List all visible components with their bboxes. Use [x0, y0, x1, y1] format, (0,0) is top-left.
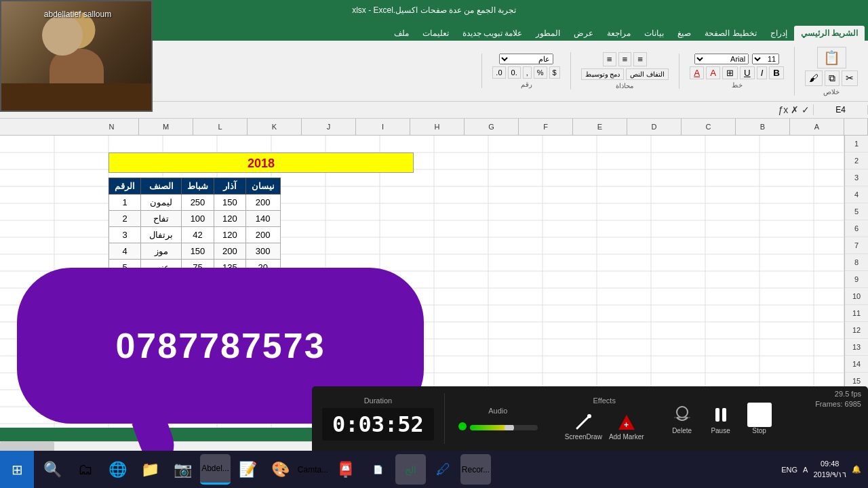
table-row[interactable]: 3 برتفال 42 120 200 — [109, 227, 281, 243]
merge-button[interactable]: دمج وتوسيط — [581, 68, 625, 80]
taskbar-task-view[interactable]: 🗂 — [70, 454, 100, 485]
cut-button[interactable]: ✂ — [842, 70, 858, 86]
row-4[interactable]: 4 — [845, 186, 868, 203]
cell-nisan[interactable]: 140 — [245, 211, 280, 227]
tab-developer[interactable]: المطور — [529, 26, 567, 41]
table-row[interactable]: 2 تفاح 100 120 140 — [109, 211, 281, 227]
taskbar-pdf[interactable]: 📮 — [330, 454, 361, 485]
cell-nisan[interactable]: 200 — [245, 195, 280, 211]
col-F[interactable]: F — [519, 119, 573, 135]
taskbar-edge[interactable]: 🌐 — [102, 454, 133, 485]
decrease-decimal-button[interactable]: 0. — [492, 66, 505, 79]
comma-button[interactable]: , — [523, 66, 532, 79]
taskbar-explorer[interactable]: 📁 — [135, 454, 165, 485]
cell-raqm[interactable]: 3 — [109, 227, 141, 243]
taskbar-paint[interactable]: 🎨 — [265, 454, 296, 485]
start-button[interactable]: ⊞ — [0, 451, 34, 488]
taskbar-abdel[interactable]: Abdel... — [200, 454, 231, 485]
table-row[interactable]: 4 موز 150 200 300 — [109, 243, 281, 260]
row-9[interactable]: 9 — [845, 271, 868, 288]
taskbar-search[interactable]: 🔍 — [37, 454, 68, 485]
currency-button[interactable]: $ — [549, 66, 560, 79]
cell-shbat[interactable]: 100 — [182, 211, 214, 227]
delete-button[interactable]: Delete — [665, 401, 700, 436]
bold-button[interactable]: B — [769, 66, 784, 79]
col-N[interactable]: N — [85, 119, 139, 135]
add-marker-button[interactable]: + Add Marker — [609, 411, 644, 441]
cell-sanf[interactable]: موز — [141, 243, 182, 260]
col-H[interactable]: H — [410, 119, 465, 135]
row-6[interactable]: 6 — [845, 220, 868, 237]
cell-adhar[interactable]: 200 — [214, 243, 246, 260]
year-header[interactable]: 2018 — [108, 152, 414, 173]
row-13[interactable]: 13 — [845, 339, 868, 356]
audio-knob[interactable] — [505, 425, 514, 430]
screendraw-button[interactable]: ScreenDraw — [565, 411, 602, 441]
taskbar-recording[interactable]: Recor... — [460, 454, 491, 485]
cell-sanf[interactable]: برتفال — [141, 227, 182, 243]
font-size-select[interactable]: 11 12 — [752, 54, 779, 64]
cell-shbat[interactable]: 250 — [182, 195, 214, 211]
row-5[interactable]: 5 — [845, 203, 868, 220]
paste-button[interactable]: 📋 — [817, 47, 846, 68]
wrap-text-button[interactable]: التفاف النص — [626, 68, 669, 80]
row-1[interactable]: 1 — [845, 136, 868, 152]
col-A[interactable]: A — [790, 119, 844, 135]
col-G[interactable]: G — [465, 119, 519, 135]
tab-view[interactable]: عرض — [567, 26, 600, 41]
cell-shbat[interactable]: 42 — [182, 227, 214, 243]
col-L[interactable]: L — [193, 119, 248, 135]
cell-adhar[interactable]: 120 — [214, 227, 246, 243]
pause-button[interactable]: Pause — [703, 401, 738, 436]
col-K[interactable]: K — [248, 119, 302, 135]
col-C[interactable]: C — [682, 119, 736, 135]
number-format-select[interactable]: عام — [499, 54, 553, 64]
cell-nisan[interactable]: 300 — [245, 243, 280, 260]
tab-formulas[interactable]: صيغ — [671, 26, 698, 41]
taskbar-camtasia[interactable]: Camta... — [298, 454, 328, 485]
cell-adhar[interactable]: 150 — [214, 195, 246, 211]
taskbar-excel-icon[interactable]: الح — [395, 454, 426, 485]
format-paint-button[interactable]: 🖌 — [805, 70, 823, 86]
row-10[interactable]: 10 — [845, 288, 868, 305]
table-row[interactable]: 1 ليمون 250 150 200 — [109, 195, 281, 211]
font-color-button[interactable]: A — [690, 66, 704, 79]
align-left-button[interactable]: ≡ — [603, 52, 616, 66]
taskbar-notepad[interactable]: 📝 — [233, 454, 263, 485]
row-14[interactable]: 14 — [845, 356, 868, 373]
percent-button[interactable]: % — [534, 66, 547, 79]
fill-color-button[interactable]: A — [706, 66, 720, 79]
cell-shbat[interactable]: 150 — [182, 243, 214, 260]
italic-button[interactable]: I — [757, 66, 768, 79]
cell-adhar[interactable]: 120 — [214, 211, 246, 227]
stop-button[interactable]: Stop — [742, 401, 777, 436]
font-family-select[interactable]: Arial — [694, 54, 749, 64]
tab-review[interactable]: مراجعة — [600, 26, 637, 41]
cell-nisan[interactable]: 200 — [245, 227, 280, 243]
cell-raqm[interactable]: 2 — [109, 211, 141, 227]
copy-button[interactable]: ⧉ — [825, 70, 840, 86]
cell-sanf[interactable]: ليمون — [141, 195, 182, 211]
col-I[interactable]: I — [356, 119, 410, 135]
cell-raqm[interactable]: 1 — [109, 195, 141, 211]
tab-insert[interactable]: إدراج — [764, 26, 794, 41]
tab-file[interactable]: ملف — [387, 26, 416, 41]
underline-button[interactable]: U — [740, 66, 755, 79]
tab-newtab[interactable]: علامة تبويب جديدة — [456, 26, 530, 41]
tab-data[interactable]: بيانات — [637, 26, 671, 41]
cell-raqm[interactable]: 4 — [109, 243, 141, 260]
align-center-button[interactable]: ≡ — [618, 52, 632, 66]
cell-reference[interactable]: E4 — [814, 105, 868, 115]
col-D[interactable]: D — [627, 119, 682, 135]
taskbar-word[interactable]: 🖊 — [428, 454, 458, 485]
tab-layout[interactable]: تخطيط الصفحة — [698, 26, 763, 41]
row-11[interactable]: 11 — [845, 305, 868, 322]
row-12[interactable]: 12 — [845, 322, 868, 339]
tab-home[interactable]: الشريط الرئيسي — [794, 26, 865, 41]
col-M[interactable]: M — [139, 119, 193, 135]
col-J[interactable]: J — [302, 119, 356, 135]
col-B[interactable]: B — [736, 119, 790, 135]
row-3[interactable]: 3 — [845, 169, 868, 186]
row-8[interactable]: 8 — [845, 254, 868, 271]
notification-icon[interactable]: 🔔 — [852, 465, 861, 474]
